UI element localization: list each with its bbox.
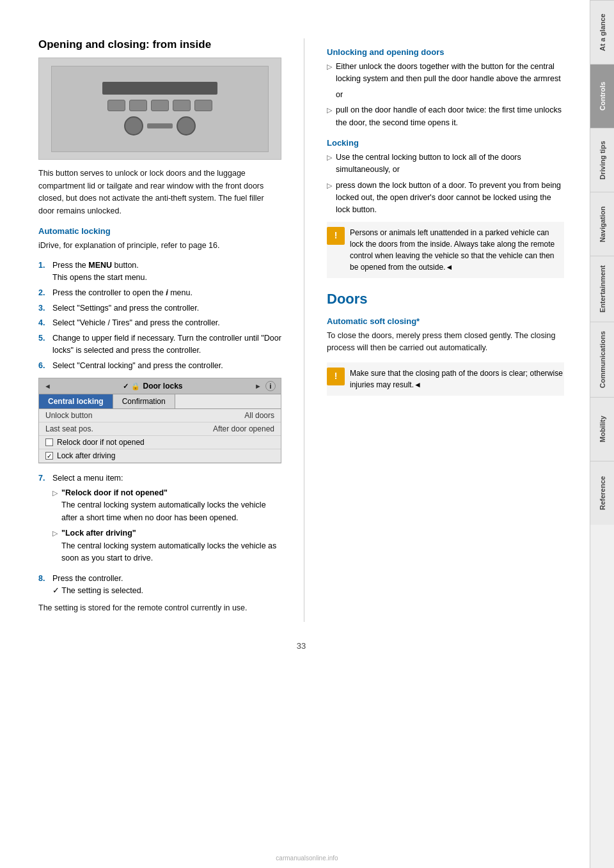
step-1: 1. Press the MENU button.This opens the …	[38, 260, 281, 284]
step-2: 2. Press the controller to open the i me…	[38, 287, 281, 299]
section-title: Opening and closing: from inside	[38, 38, 281, 51]
checkbox-relock-icon	[45, 438, 53, 446]
car-interior-image	[38, 58, 281, 160]
footer-watermark: carmanualsonline.info	[276, 855, 338, 862]
widget-icon2: 🔒	[131, 382, 140, 391]
soft-closing-warning-box: ! Make sure that the closing path of the…	[327, 362, 564, 396]
step-text-4: Select "Vehicle / Tires" and press the c…	[52, 317, 220, 329]
checkbox-relock-label: Relock door if not opened	[57, 438, 145, 447]
widget-row-unlock-left: Unlock button	[45, 411, 92, 420]
widget-row-unlock-right: All doors	[244, 411, 274, 420]
sidebar-tab-reference[interactable]: Reference	[590, 461, 614, 525]
bullet-arrow-unlock-2: ▷	[327, 105, 332, 129]
locking-warning-box: ! Persons or animals left unattended in …	[327, 222, 564, 278]
step-8-content: Press the controller. ✓ The setting is s…	[52, 573, 143, 597]
locking-bullets: ▷ Use the central locking button to lock…	[327, 151, 564, 217]
step-8-text: Press the controller.	[52, 574, 123, 583]
unlock-bullet-or: or	[336, 89, 564, 101]
step-num-5: 5.	[38, 332, 49, 357]
checkbox-lock-after-icon: ✓	[45, 452, 53, 460]
locking-bullet-1: ▷ Use the central locking button to lock…	[327, 151, 564, 176]
right-sidebar: At a glance Controls Driving tips Naviga…	[590, 0, 614, 868]
step-text-1: Press the MENU button.This opens the sta…	[52, 260, 147, 284]
widget-tab-confirmation[interactable]: Confirmation	[113, 394, 175, 408]
step7-bullet-2-text: "Lock after driving"The central locking …	[61, 527, 281, 564]
sidebar-tab-driving-tips[interactable]: Driving tips	[590, 128, 614, 192]
intro-text: This button serves to unlock or lock doo…	[38, 167, 281, 217]
widget-tabs: Central locking Confirmation	[39, 394, 281, 409]
step7-bullet-list: ▷ "Relock door if not opened"The central…	[52, 487, 281, 564]
unlock-bullet-1-text: Either unlock the doors together with th…	[336, 61, 564, 86]
locking-bullet-1-text: Use the central locking button to lock a…	[336, 151, 564, 176]
step7-bullet-2: ▷ "Lock after driving"The central lockin…	[52, 527, 281, 564]
soft-closing-text: To close the doors, merely press them cl…	[327, 330, 564, 355]
sidebar-tab-communications[interactable]: Communications	[590, 322, 614, 397]
unlocking-opening-subtitle: Unlocking and opening doors	[327, 47, 564, 57]
bullet-arrow-locking-2: ▷	[327, 180, 332, 217]
step-4: 4. Select "Vehicle / Tires" and press th…	[38, 317, 281, 329]
unlock-bullet-1: ▷ Either unlock the doors together with …	[327, 61, 564, 86]
stored-text: The setting is stored for the remote con…	[38, 602, 281, 614]
locking-bullet-2: ▷ press down the lock button of a door. …	[327, 180, 564, 217]
locking-warning-text: Persons or animals left unattended in a …	[350, 227, 564, 273]
locking-subtitle: Locking	[327, 138, 564, 148]
bullet-arrow-icon-2: ▷	[52, 528, 58, 564]
sidebar-tab-mobility[interactable]: Mobility	[590, 397, 614, 461]
widget-row-last-seat-left: Last seat pos.	[45, 424, 93, 433]
sidebar-tab-entertainment[interactable]: Entertainment	[590, 256, 614, 322]
locking-bullet-2-text: press down the lock button of a door. To…	[336, 180, 564, 217]
step-num-3: 3.	[38, 302, 49, 314]
step-7-text: Select a menu item:	[52, 474, 123, 483]
widget-title-text: Door locks	[143, 382, 182, 391]
soft-closing-warning-text: Make sure that the closing path of the d…	[350, 368, 564, 391]
step-text-2: Press the controller to open the i menu.	[52, 287, 193, 299]
doors-title: Doors	[327, 291, 564, 307]
widget-title: ✓ 🔒 Door locks	[123, 382, 182, 391]
automatic-locking-intro: iDrive, for explanation of principle, re…	[38, 240, 281, 252]
widget-checkmark-icon: ✓	[123, 382, 129, 391]
step-3: 3. Select "Settings" and press the contr…	[38, 302, 281, 314]
sidebar-tab-navigation[interactable]: Navigation	[590, 192, 614, 256]
widget-info-icon: i	[265, 381, 276, 391]
unlock-bullet-2-text: pull on the door handle of each door twi…	[336, 104, 564, 129]
sidebar-tab-at-a-glance[interactable]: At a glance	[590, 0, 614, 64]
sidebar-tab-controls[interactable]: Controls	[590, 64, 614, 128]
step-6: 6. Select "Central locking" and press th…	[38, 360, 281, 372]
widget-left-arrow: ◄	[44, 382, 51, 390]
step7-bullet-1: ▷ "Relock door if not opened"The central…	[52, 487, 281, 524]
step-7-content: Select a menu item: ▷ "Relock door if no…	[52, 472, 281, 570]
step-text-5: Change to upper field if necessary. Turn…	[52, 332, 281, 357]
steps-list: 1. Press the MENU button.This opens the …	[38, 260, 281, 371]
bullet-arrow-icon: ▷	[52, 488, 58, 524]
door-locks-widget: ◄ ✓ 🔒 Door locks ► i Central locking	[38, 378, 281, 463]
unlocking-bullets: ▷ Either unlock the doors together with …	[327, 61, 564, 129]
widget-checkbox-lock-after: ✓ Lock after driving	[39, 449, 281, 463]
widget-row-last-seat: Last seat pos. After door opened	[39, 422, 281, 436]
step-num-4: 4.	[38, 317, 49, 329]
page-number: 33	[38, 641, 564, 663]
step-num-7: 7.	[38, 472, 49, 570]
step-num-6: 6.	[38, 360, 49, 372]
widget-row-last-seat-right: After door opened	[213, 424, 274, 433]
warning-icon: !	[327, 227, 345, 245]
step-num-1: 1.	[38, 260, 49, 284]
widget-checkbox-relock: Relock door if not opened	[39, 436, 281, 449]
soft-closing-subtitle: Automatic soft closing*	[327, 316, 564, 326]
step-5: 5. Change to upper field if necessary. T…	[38, 332, 281, 357]
widget-tab-central-locking[interactable]: Central locking	[39, 394, 113, 408]
checkbox-lock-after-label: Lock after driving	[57, 451, 115, 460]
unlock-bullet-2: ▷ pull on the door handle of each door t…	[327, 104, 564, 129]
step-8-checkmark: ✓ The setting is selected.	[52, 586, 143, 595]
widget-right-arrow: ►	[255, 382, 262, 390]
step-text-3: Select "Settings" and press the controll…	[52, 302, 199, 314]
step-num-2: 2.	[38, 287, 49, 299]
step-text-6: Select "Central locking" and press the c…	[52, 360, 223, 372]
step-7: 7. Select a menu item: ▷ "Relock door if…	[38, 472, 281, 570]
step7-list: 7. Select a menu item: ▷ "Relock door if…	[38, 472, 281, 597]
bullet-arrow-unlock-1: ▷	[327, 61, 332, 86]
step7-bullet-1-text: "Relock door if not opened"The central l…	[61, 487, 281, 524]
bullet-arrow-locking-1: ▷	[327, 152, 332, 176]
automatic-locking-subtitle: Automatic locking	[38, 226, 281, 236]
step-num-8: 8.	[38, 573, 49, 597]
widget-header: ◄ ✓ 🔒 Door locks ► i	[39, 378, 281, 394]
